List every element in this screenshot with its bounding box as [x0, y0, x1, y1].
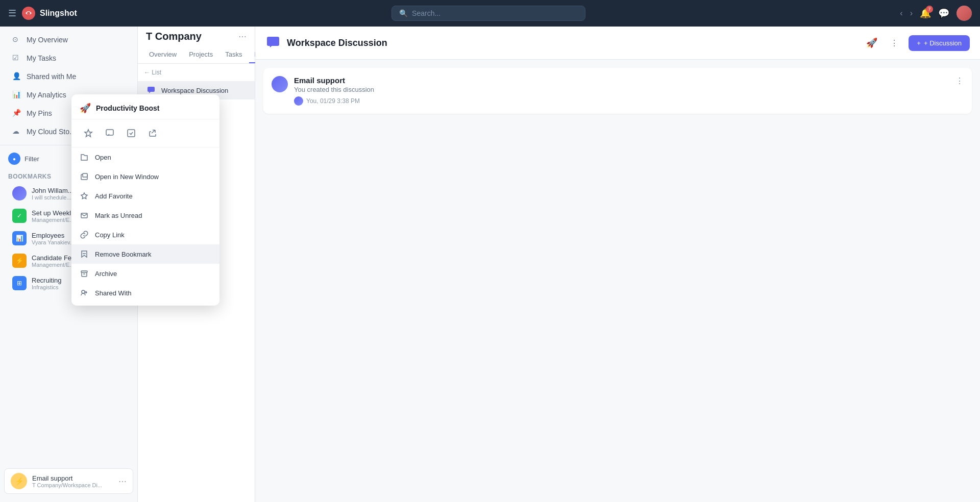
ctx-open-icon — [80, 153, 89, 162]
ctx-item-remove-bookmark[interactable]: Remove Bookmark — [71, 244, 219, 264]
ctx-icon-share[interactable] — [144, 124, 161, 142]
ctx-item-add-favorite[interactable]: Add Favorite — [71, 186, 219, 206]
ctx-mark-unread-icon — [80, 211, 89, 220]
svg-rect-7 — [83, 173, 87, 177]
ctx-add-favorite-icon — [80, 191, 89, 200]
context-menu-title: Productivity Boost — [96, 104, 159, 112]
ctx-icon-comment[interactable] — [101, 124, 118, 142]
ctx-shared-with-label: Shared With — [95, 289, 132, 297]
ctx-shared-with-icon — [80, 288, 89, 297]
ctx-item-open-new-window[interactable]: Open in New Window — [71, 167, 219, 186]
ctx-icon-task[interactable] — [122, 124, 140, 142]
ctx-add-favorite-label: Add Favorite — [95, 192, 133, 200]
ctx-item-archive[interactable]: Archive — [71, 264, 219, 283]
ctx-mark-unread-label: Mark as Unread — [95, 212, 142, 219]
context-menu-rocket-icon: 🚀 — [80, 103, 91, 114]
context-menu: 🚀 Productivity Boost Open — [71, 94, 219, 306]
context-menu-header: 🚀 Productivity Boost — [71, 97, 219, 119]
ctx-open-label: Open — [95, 154, 111, 161]
ctx-open-new-window-label: Open in New Window — [95, 173, 159, 181]
ctx-archive-icon — [80, 269, 89, 278]
context-menu-icons-row — [71, 119, 219, 147]
ctx-copy-link-icon — [80, 230, 89, 239]
context-menu-overlay[interactable]: 🚀 Productivity Boost Open — [0, 0, 980, 502]
svg-rect-4 — [106, 130, 113, 135]
svg-rect-5 — [128, 130, 135, 137]
ctx-item-copy-link[interactable]: Copy Link — [71, 225, 219, 244]
ctx-remove-bookmark-icon — [80, 249, 89, 259]
ctx-archive-label: Archive — [95, 270, 117, 278]
svg-rect-10 — [81, 271, 87, 272]
ctx-open-new-window-icon — [80, 172, 89, 181]
ctx-remove-bookmark-label: Remove Bookmark — [95, 250, 152, 258]
ctx-item-shared-with[interactable]: Shared With — [71, 283, 219, 303]
ctx-icon-pin[interactable] — [80, 124, 97, 142]
ctx-copy-link-label: Copy Link — [95, 231, 125, 239]
ctx-item-mark-as-unread[interactable]: Mark as Unread — [71, 206, 219, 225]
svg-point-11 — [82, 290, 85, 293]
ctx-item-open[interactable]: Open — [71, 147, 219, 167]
